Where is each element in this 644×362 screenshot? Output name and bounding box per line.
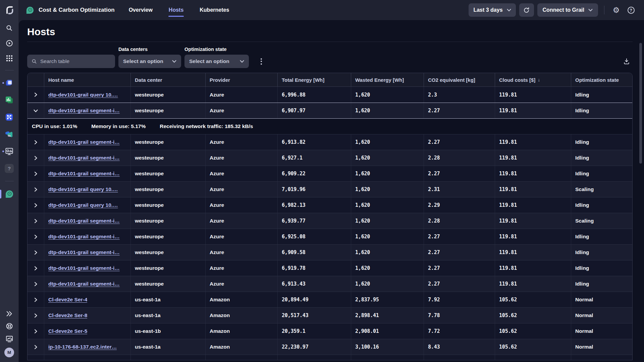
row-expand-button[interactable] — [28, 182, 44, 197]
table-row[interactable]: Cl-deve2e Ser-4 us-east-1a Amazon 20,894… — [28, 292, 632, 307]
table-row[interactable]: dtp-dev101-grail segment-i… westeurope A… — [28, 134, 632, 150]
search-input[interactable] — [40, 58, 111, 64]
row-expand-button[interactable] — [28, 276, 44, 292]
app-title: Cost & Carbon Optimization — [39, 7, 115, 13]
row-expand-button[interactable] — [28, 150, 44, 166]
column-header-data-center[interactable]: Data center — [131, 73, 206, 86]
table-row[interactable]: dtp-dev101-grail segment-i… westeurope A… — [28, 166, 632, 181]
sidebar-item-placeholder[interactable]: ? — [0, 164, 19, 173]
support-icon[interactable] — [0, 322, 19, 330]
table-row[interactable]: Cl-deve2e Ser-8 us-east-1a Amazon 20,517… — [28, 307, 632, 323]
chevron-right-icon — [33, 187, 39, 192]
cell-provider: Azure — [206, 166, 278, 181]
row-expand-button[interactable] — [28, 308, 44, 323]
row-expand-button[interactable] — [28, 229, 44, 244]
row-expand-button[interactable] — [28, 260, 44, 276]
row-expand-button[interactable] — [28, 245, 44, 260]
row-expand-button[interactable] — [28, 323, 44, 339]
host-link[interactable]: Cl-deve2e Ser-8 — [48, 312, 87, 318]
table-row[interactable]: dtp-dev101-grail segment-i… westeurope A… — [28, 276, 632, 292]
column-header-host-name[interactable]: Host name — [44, 73, 131, 86]
column-header-total-energy-wh[interactable]: Total Energy [Wh] — [278, 73, 351, 86]
host-link[interactable]: dtp-dev101-grail segment-i… — [48, 265, 120, 271]
vertical-scrollbar[interactable] — [639, 43, 642, 164]
host-link[interactable]: dtp-dev101-grail segment-i… — [48, 139, 120, 145]
table-row[interactable]: dtp-dev101-grail query 10.… westeurope A… — [28, 197, 632, 213]
host-link[interactable]: Cl-deve2e Ser-4 — [48, 297, 87, 303]
table-row[interactable]: dtp-dev101-grail segment-i… westeurope A… — [28, 150, 632, 166]
host-link[interactable]: dtp-dev101-grail segment-i… — [48, 281, 120, 287]
table-row-partial[interactable] — [28, 355, 632, 360]
expand-sidebar-icon[interactable] — [0, 310, 19, 317]
tab-overview[interactable]: Overview — [128, 6, 153, 14]
table-row[interactable]: dtp-dev101-grail segment-i… westeurope A… — [28, 213, 632, 229]
search-icon[interactable] — [0, 24, 19, 32]
host-link[interactable]: dtp-dev101-grail query 10.… — [48, 202, 118, 208]
refresh-button[interactable] — [519, 3, 534, 17]
host-link[interactable]: dtp-dev101-grail segment-i… — [48, 249, 120, 255]
host-link[interactable]: dtp-dev101-grail segment-i… — [48, 171, 120, 177]
data-centers-select[interactable]: Select an option — [118, 55, 181, 68]
sidebar-item-dashboards[interactable] — [0, 147, 19, 156]
sidebar-item-clouds[interactable] — [0, 130, 19, 139]
row-expand-button[interactable] — [28, 166, 44, 181]
more-options-button[interactable] — [256, 55, 266, 68]
host-link[interactable]: dtp-dev101-grail segment-i… — [48, 155, 120, 161]
host-link[interactable]: Cl-deve2e Ser-5 — [48, 328, 87, 334]
tab-hosts[interactable]: Hosts — [168, 6, 184, 14]
sidebar-item-infrastructure[interactable] — [0, 78, 19, 87]
cell-provider: Azure — [206, 134, 278, 150]
cell-provider: Azure — [206, 103, 278, 118]
table-row[interactable]: Cl-deve2e Ser-5 us-east-1b Amazon 20,359… — [28, 323, 632, 339]
cell-optimization-state: Idling — [571, 229, 632, 244]
host-link[interactable]: ip-10-176-68-137.ec2.inter… — [48, 344, 117, 350]
chevron-right-icon — [33, 297, 39, 303]
apps-grid-icon[interactable] — [0, 55, 19, 62]
sidebar-item-reports[interactable] — [0, 96, 19, 105]
chevron-right-icon — [33, 313, 39, 318]
host-link[interactable]: dtp-dev101-grail query 10.… — [48, 92, 118, 98]
cell-wasted-energy: 1,620 — [351, 229, 424, 244]
column-header-co2-equivalent-kg[interactable]: CO2 equivalent [kg] — [424, 73, 495, 86]
sidebar-item-workflows[interactable] — [0, 113, 19, 122]
row-expand-button[interactable] — [28, 292, 44, 307]
table-row[interactable]: dtp-dev101-grail segment-i… westeurope A… — [28, 244, 632, 260]
column-header-provider[interactable]: Provider — [206, 73, 278, 86]
column-header-wasted-energy-wh[interactable]: Wasted Energy [Wh] — [351, 73, 424, 86]
timeframe-selector[interactable]: Last 3 days — [469, 3, 516, 17]
table-row[interactable]: dtp-dev101-grail segment-i… westeurope A… — [28, 229, 632, 244]
cell-data-center: westeurope — [131, 182, 206, 197]
row-expand-button[interactable] — [28, 213, 44, 229]
host-link[interactable]: dtp-dev101-grail segment-i… — [48, 108, 120, 114]
table-row[interactable]: dtp-dev101-grail query 10.… westeurope A… — [28, 181, 632, 197]
cost-carbon-app-icon — [5, 189, 14, 199]
replay-icon[interactable] — [0, 39, 19, 47]
row-expand-button[interactable] — [28, 103, 44, 118]
user-avatar[interactable]: M — [4, 348, 14, 357]
table-row[interactable]: dtp-dev101-grail segment-i… westeurope A… — [28, 260, 632, 276]
table-row[interactable]: ip-10-176-68-137.ec2.inter… us-east-1a A… — [28, 339, 632, 355]
cell-total-energy: 6,907.97 — [278, 103, 351, 118]
optimization-state-select[interactable]: Select an option — [184, 55, 249, 68]
table-row[interactable]: dtp-dev101-grail segment-i… westeurope A… — [28, 103, 632, 118]
row-expand-button[interactable] — [28, 197, 44, 213]
sidebar-item-cost-carbon[interactable] — [0, 189, 19, 199]
insights-chart-icon[interactable] — [0, 335, 19, 343]
row-expand-button[interactable] — [28, 87, 44, 103]
row-expand-button[interactable] — [28, 134, 44, 150]
chevron-down-icon — [172, 60, 176, 63]
table-row[interactable]: dtp-dev101-grail query 10.… westeurope A… — [28, 87, 632, 103]
row-expand-button[interactable] — [28, 339, 44, 355]
host-link[interactable]: dtp-dev101-grail segment-i… — [48, 234, 120, 240]
download-button[interactable] — [621, 55, 633, 68]
column-header-cloud-costs[interactable]: Cloud costs [$]↓ — [495, 73, 571, 86]
dynatrace-logo-icon[interactable] — [4, 5, 15, 15]
connect-to-grail-button[interactable]: Connect to Grail — [537, 3, 598, 17]
column-header-optimization-state[interactable]: Optimization state — [571, 73, 632, 86]
host-link[interactable]: dtp-dev101-grail segment-i… — [48, 218, 120, 224]
help-button[interactable]: ? — [625, 4, 637, 16]
tab-kubernetes[interactable]: Kubernetes — [199, 6, 230, 14]
settings-button[interactable]: ⚙ — [610, 4, 622, 16]
search-table-field[interactable] — [27, 55, 115, 68]
host-link[interactable]: dtp-dev101-grail query 10.… — [48, 186, 118, 192]
